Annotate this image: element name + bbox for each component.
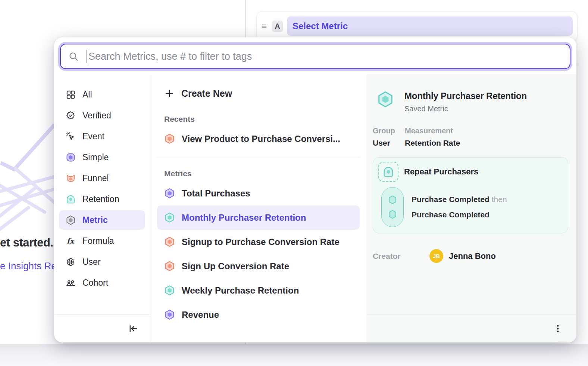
metrics-items: Total PurchasesMonthly Purchaser Retenti… [150, 181, 366, 327]
category-sidebar: AllVerifiedEventSimpleFunnelRetentionMet… [54, 74, 150, 342]
more-options-icon[interactable] [553, 323, 563, 334]
measurement-value: Retention Rate [405, 139, 460, 148]
sidebar-item-retention[interactable]: Retention [59, 189, 145, 209]
metric-selector-modal: AllVerifiedEventSimpleFunnelRetentionMet… [54, 37, 576, 342]
detail-title: Monthly Purchaser Retention [404, 91, 527, 101]
detail-subtitle: Saved Metric [404, 105, 527, 113]
simple-icon [66, 152, 76, 162]
detail-meta: Group User Measurement Retention Rate [373, 127, 576, 148]
creator-name: Jenna Bono [449, 251, 496, 261]
create-new-button[interactable]: Create New [150, 83, 366, 103]
sidebar-footer [54, 314, 150, 342]
hexagon-orange-icon [164, 133, 175, 144]
metrics-section-label: Metrics [164, 169, 366, 178]
sidebar-item-user[interactable]: User [59, 252, 145, 272]
select-metric-button[interactable]: Select Metric [287, 16, 573, 36]
event-sequence-capsule [381, 187, 404, 227]
search-box [60, 44, 570, 69]
metric-item-label: Total Purchases [182, 188, 250, 199]
sidebar-item-simple[interactable]: Simple [59, 148, 145, 167]
metric-item-label: Revenue [182, 310, 219, 320]
hexagon-purple-icon [164, 309, 175, 320]
collapse-sidebar-icon[interactable] [127, 323, 138, 334]
creator-row: Creator JB Jenna Bono [373, 249, 576, 263]
definition-step-1: Purchase Completed then [412, 195, 507, 204]
sidebar-item-all[interactable]: All [59, 85, 145, 104]
modal-body: AllVerifiedEventSimpleFunnelRetentionMet… [54, 74, 576, 342]
metric-item-revenue[interactable]: Revenue [157, 303, 360, 327]
sidebar-item-label: Formula [82, 236, 114, 246]
hexagon-teal-icon [164, 285, 175, 296]
metric-item-monthly-purchaser-retention[interactable]: Monthly Purchaser Retention [157, 205, 360, 230]
hexagon-teal-icon [164, 212, 175, 223]
metric-hexagon-icon [377, 91, 394, 113]
svg-text:fx: fx [67, 236, 75, 245]
cohort-icon [66, 278, 76, 288]
metrics-list-column: Create New Recents View Product to Purch… [150, 74, 366, 342]
sidebar-item-label: User [82, 257, 101, 267]
metric-item-label: Monthly Purchaser Retention [182, 213, 306, 223]
sidebar-item-label: Event [82, 131, 104, 142]
retention-icon [66, 194, 76, 204]
plus-icon [164, 88, 175, 99]
definition-body: Purchase Completed then Purchase Complet… [378, 187, 563, 227]
definition-card: Repeat Purchasers Purchase Completed the… [373, 157, 568, 233]
creator-label: Creator [373, 252, 429, 261]
sidebar-item-label: Simple [82, 152, 109, 162]
measurement-meta: Measurement Retention Rate [405, 127, 460, 148]
text-caret [87, 50, 87, 63]
sidebar-item-cohort[interactable]: Cohort [59, 273, 145, 292]
metric-detail-panel: Monthly Purchaser Retention Saved Metric… [366, 74, 576, 342]
select-metric-label: Select Metric [293, 21, 348, 31]
sidebar-item-metric[interactable]: Metric [59, 210, 145, 230]
background-chart-sketch [0, 123, 57, 250]
measurement-label: Measurement [405, 127, 460, 135]
event-icon [66, 131, 76, 142]
hexagon-orange-icon [164, 261, 175, 272]
metric-item-label: Weekly Purchase Retention [182, 285, 299, 296]
metric-item-label: Sign Up Conversion Rate [182, 261, 289, 272]
detail-body: Monthly Purchaser Retention Saved Metric… [366, 74, 576, 314]
sidebar-item-verified[interactable]: Verified [59, 106, 145, 125]
list-divider [157, 158, 360, 158]
definition-step-2: Purchase Completed [412, 210, 507, 219]
sidebar-item-formula[interactable]: fxFormula [59, 231, 145, 251]
detail-footer [366, 314, 576, 342]
hexagon-orange-icon [164, 236, 175, 247]
sidebar-item-label: Funnel [82, 173, 109, 183]
drag-handle-icon[interactable] [260, 22, 269, 31]
category-list: AllVerifiedEventSimpleFunnelRetentionMet… [54, 74, 150, 314]
background-footer-strip [0, 344, 588, 366]
grid-icon [66, 90, 76, 100]
metric-item-weekly-purchase-retention[interactable]: Weekly Purchase Retention [157, 278, 360, 303]
recents-section-label: Recents [164, 115, 366, 124]
verified-icon [66, 111, 76, 121]
group-meta: Group User [373, 127, 395, 148]
metric-item-signup-to-purchase-conversion-rate[interactable]: Signup to Purchase Conversion Rate [157, 230, 360, 254]
search-icon [68, 51, 79, 62]
sidebar-item-label: Verified [82, 111, 111, 121]
metric-item-sign-up-conversion-rate[interactable]: Sign Up Conversion Rate [157, 254, 360, 278]
background-heading-fragment: et started. [0, 236, 53, 249]
sidebar-item-event[interactable]: Event [59, 127, 145, 146]
sidebar-item-funnel[interactable]: Funnel [59, 168, 145, 188]
detail-header: Monthly Purchaser Retention Saved Metric [366, 74, 576, 113]
create-new-label: Create New [181, 88, 232, 99]
background-insights-link-fragment[interactable]: e Insights Re [0, 260, 57, 272]
metric-item-label: Signup to Purchase Conversion Rate [182, 237, 340, 247]
hexagon-purple-icon [164, 188, 175, 199]
definition-header: Repeat Purchasers [378, 162, 563, 182]
sidebar-item-label: All [82, 90, 92, 100]
retention-arch-icon [378, 162, 398, 182]
creator-avatar: JB [429, 249, 443, 263]
metric-item-total-purchases[interactable]: Total Purchases [157, 181, 360, 205]
user-icon [66, 257, 76, 267]
search-input[interactable] [88, 51, 562, 62]
recents-items: View Product to Purchase Conversi... [150, 127, 366, 151]
then-connector: then [492, 195, 507, 204]
formula-icon: fx [66, 236, 76, 246]
group-label: Group [373, 127, 395, 135]
query-letter-badge: A [272, 21, 283, 32]
metric-item-label: View Product to Purchase Conversi... [182, 134, 340, 144]
metric-item-view-product-to-purchase-conversi[interactable]: View Product to Purchase Conversi... [157, 127, 360, 151]
